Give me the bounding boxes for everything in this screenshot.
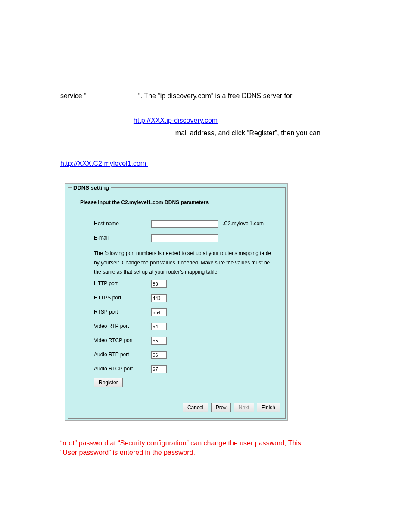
- cancel-button[interactable]: Cancel: [183, 403, 208, 412]
- ddns-fieldset: DDNS setting Please input the C2.mylevel…: [68, 184, 286, 419]
- hostname-suffix: .C2.mylevel1.com: [223, 221, 264, 227]
- https-port-input[interactable]: [151, 294, 167, 302]
- link-ipdiscovery[interactable]: http://XXX.ip-discovery.com: [134, 117, 218, 124]
- ddns-instruction: Please input the C2.mylevel1.com DDNS pa…: [80, 199, 209, 205]
- text-line8b: mail address, and click “Register”, then…: [175, 129, 321, 137]
- audio-rtp-port-label: Audio RTP port: [94, 352, 150, 358]
- footer-line3b: (User password Default: root): [197, 449, 287, 456]
- text-line3: “ip-discovery.com”,: [60, 45, 118, 57]
- rtsp-port-label: RTSP port: [94, 309, 150, 315]
- finish-button[interactable]: Finish: [257, 403, 280, 412]
- rtsp-port-input[interactable]: [151, 308, 167, 316]
- video-rtcp-port-input[interactable]: [151, 337, 167, 345]
- wizard-nav: Cancel Prev Next Finish: [182, 403, 280, 412]
- text-line2: The following is 4 DDNS Settings, suppor…: [60, 32, 249, 45]
- audio-rtcp-port-label: Audio RTCP port: [94, 366, 150, 372]
- hostname-label: Host name: [94, 221, 150, 227]
- http-port-label: HTTP port: [94, 280, 150, 286]
- http-port-input[interactable]: [151, 280, 167, 288]
- link-mylevel1[interactable]: http://XXX.C2.mylevel1.com: [60, 160, 148, 167]
- port-help-text: The following port numbers is needed to …: [94, 249, 277, 277]
- text-line9: see: [60, 140, 72, 152]
- audio-rtcp-port-input[interactable]: [151, 365, 167, 373]
- email-label: E-mail: [94, 235, 150, 241]
- next-button: Next: [234, 403, 254, 412]
- video-rtcp-port-label: Video RTCP port: [94, 337, 150, 343]
- register-button[interactable]: Register: [94, 378, 123, 387]
- footer-line3a: “User password” is entered in the passwo…: [60, 449, 195, 456]
- text-line4: “C2.mylevel1.com”, “Dyndns.org(Dynamic)”…: [60, 57, 267, 70]
- ddns-legend: DDNS setting: [72, 184, 111, 191]
- text-line5a: Please choose a DDNS: [60, 80, 133, 87]
- text-line6: this camera. Enter the host name , and i…: [60, 102, 286, 115]
- text-line1b: you can setup four DDNS service.: [121, 22, 224, 29]
- video-rtp-port-input[interactable]: [151, 323, 167, 330]
- ddns-panel: DDNS setting Please input the C2.mylevel…: [65, 183, 288, 421]
- text-line5c: ”. The “ip discovery.com” is a free DDNS…: [138, 92, 293, 100]
- text-line5svc: ip-discover.com: [88, 92, 136, 100]
- hostname-input[interactable]: [151, 220, 218, 228]
- text-line8a: Enter your dynamic name and your e: [60, 129, 173, 137]
- text-line5b: service “: [60, 92, 86, 100]
- text-line9end: in the page.: [148, 160, 184, 167]
- audio-rtp-port-input[interactable]: [151, 351, 167, 359]
- email-input[interactable]: [151, 234, 218, 242]
- text-line1a: If you check “Yes”: [60, 22, 115, 29]
- video-rtp-port-label: Video RTP port: [94, 323, 150, 329]
- text-line7: “Register”, you can see: [60, 117, 134, 124]
- https-port-label: HTTPS port: [94, 295, 150, 301]
- prev-button[interactable]: Prev: [211, 403, 231, 412]
- text-line7end: in the page.: [220, 117, 256, 124]
